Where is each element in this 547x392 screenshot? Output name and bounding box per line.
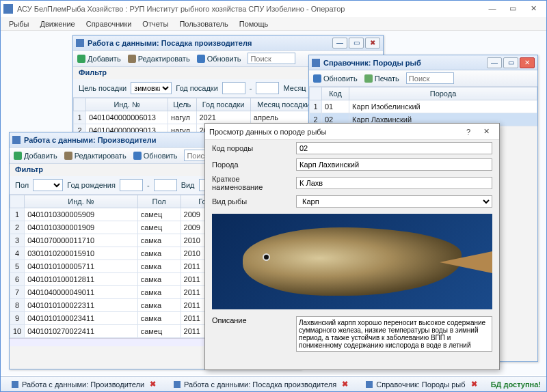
year-from-input[interactable] bbox=[222, 82, 245, 94]
help-button[interactable]: ? bbox=[459, 128, 477, 136]
window-stocking-title[interactable]: Работа с данными: Посадка производителя … bbox=[73, 36, 383, 51]
window-icon bbox=[12, 381, 18, 388]
statusbar: Работа с данными: Производители✖ Работа … bbox=[1, 376, 546, 391]
add-button[interactable]: Добавить bbox=[14, 152, 57, 160]
child-maximize-button[interactable]: ▭ bbox=[349, 38, 364, 48]
short-input[interactable] bbox=[296, 177, 492, 189]
menu-help[interactable]: Помощь bbox=[234, 18, 274, 29]
app-icon bbox=[3, 4, 13, 14]
breed-view-modal: Просмотр данных о породе рыбы ? ✕ Код по… bbox=[204, 123, 500, 370]
child-minimize-button[interactable]: — bbox=[487, 57, 502, 68]
breed-image bbox=[212, 214, 492, 309]
plus-icon bbox=[14, 152, 22, 160]
refresh-icon bbox=[313, 74, 321, 83]
task-producers[interactable]: Работа с данными: Производители✖ bbox=[6, 378, 161, 390]
short-label: Краткое наименование bbox=[212, 175, 291, 191]
sex-select[interactable] bbox=[33, 179, 63, 191]
close-icon[interactable]: ✖ bbox=[342, 380, 348, 389]
window-icon bbox=[174, 381, 181, 388]
child-close-button[interactable]: ✖ bbox=[365, 38, 380, 48]
child-minimize-button[interactable]: — bbox=[332, 38, 347, 48]
refresh-button[interactable]: Обновить bbox=[197, 55, 241, 63]
close-icon[interactable]: ✖ bbox=[471, 380, 477, 389]
mdi-area: Работа с данными: Посадка производителя … bbox=[1, 31, 546, 375]
menu-reports[interactable]: Отчеты bbox=[137, 18, 174, 29]
search-input[interactable] bbox=[248, 53, 295, 64]
printer-icon bbox=[364, 74, 373, 83]
breeds-toolbar: Обновить Печать bbox=[309, 70, 537, 87]
print-button[interactable]: Печать bbox=[364, 74, 399, 83]
child-close-button[interactable]: ✕ bbox=[520, 57, 535, 68]
refresh-button[interactable]: Обновить bbox=[313, 74, 358, 83]
menu-directories[interactable]: Справочники bbox=[81, 18, 137, 29]
menu-user[interactable]: Пользователь bbox=[174, 18, 233, 29]
refresh-icon bbox=[133, 152, 142, 160]
code-label: Код породы bbox=[212, 144, 291, 152]
window-breeds-title[interactable]: Справочник: Породы рыб — ▭ ✕ bbox=[309, 55, 537, 70]
modal-title: Просмотр данных о породе рыбы bbox=[209, 128, 327, 136]
window-icon bbox=[76, 39, 84, 47]
window-icon bbox=[366, 381, 373, 388]
desc-textarea[interactable] bbox=[296, 316, 492, 352]
main-window: АСУ БелПлемРыба Хозяйство : РУП Институт… bbox=[0, 0, 547, 392]
table-row[interactable]: 101Карп Изобелинский bbox=[310, 100, 537, 113]
window-icon bbox=[312, 59, 320, 67]
menubar: Рыбы Движение Справочники Отчеты Пользов… bbox=[1, 17, 546, 31]
modal-titlebar[interactable]: Просмотр данных о породе рыбы ? ✕ bbox=[205, 124, 499, 140]
child-maximize-button[interactable]: ▭ bbox=[503, 57, 518, 68]
species-label: Вид рыбы bbox=[212, 197, 291, 206]
db-status: БД доступна! bbox=[491, 380, 541, 389]
breeds-table: Код Порода 101Карп Изобелинский 202Карп … bbox=[309, 87, 537, 126]
breed-input[interactable] bbox=[296, 158, 492, 171]
refresh-button[interactable]: Обновить bbox=[133, 152, 178, 160]
species-select[interactable]: Карп bbox=[296, 195, 492, 208]
window-icon bbox=[12, 136, 21, 144]
year-to-input[interactable] bbox=[256, 82, 279, 94]
year-from-input[interactable] bbox=[120, 179, 143, 191]
maximize-button[interactable]: ▭ bbox=[503, 2, 523, 16]
menu-fish[interactable]: Рыбы bbox=[3, 18, 34, 29]
desc-label: Описание bbox=[212, 316, 291, 352]
refresh-icon bbox=[197, 55, 205, 63]
code-input[interactable] bbox=[296, 142, 492, 154]
carp-illustration bbox=[243, 227, 462, 296]
plus-icon bbox=[77, 55, 85, 63]
edit-button[interactable]: Редактировать bbox=[128, 55, 190, 63]
close-button[interactable]: ✕ bbox=[523, 2, 544, 16]
breed-label: Порода bbox=[212, 160, 291, 169]
task-stocking[interactable]: Работа с данными: Посадка производителя✖ bbox=[168, 378, 353, 390]
minimize-button[interactable]: — bbox=[482, 2, 503, 16]
main-titlebar: АСУ БелПлемРыба Хозяйство : РУП Институт… bbox=[1, 1, 546, 17]
menu-movement[interactable]: Движение bbox=[34, 18, 80, 29]
task-breeds[interactable]: Справочник: Породы рыб✖ bbox=[360, 378, 482, 390]
close-icon[interactable]: ✖ bbox=[150, 380, 156, 389]
purpose-select[interactable]: зимовка bbox=[131, 82, 172, 94]
year-to-input[interactable] bbox=[154, 179, 177, 191]
modal-close-button[interactable]: ✕ bbox=[477, 127, 495, 136]
pencil-icon bbox=[128, 55, 136, 63]
search-input[interactable] bbox=[406, 72, 454, 84]
pencil-icon bbox=[64, 152, 72, 160]
app-title: АСУ БелПлемРыба Хозяйство : РУП Институт… bbox=[17, 5, 482, 13]
edit-button[interactable]: Редактировать bbox=[64, 152, 126, 160]
add-button[interactable]: Добавить bbox=[77, 55, 121, 63]
